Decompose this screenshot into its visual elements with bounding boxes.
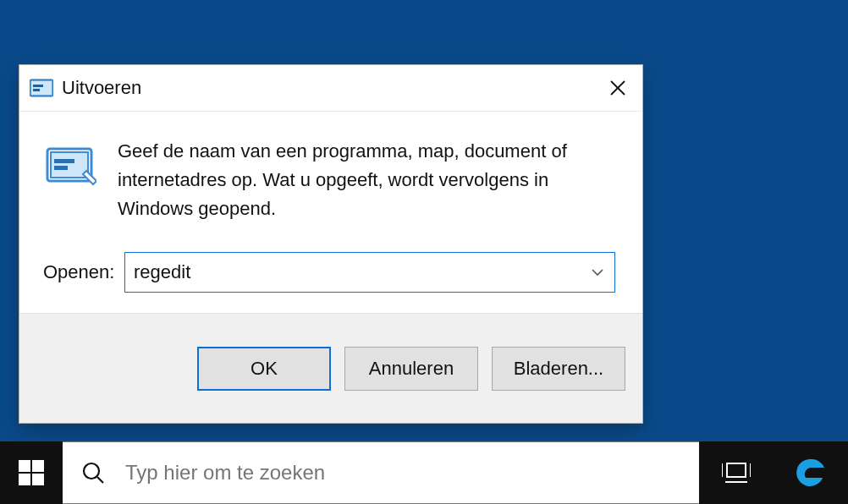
run-icon	[30, 78, 53, 98]
taskbar-search[interactable]	[63, 441, 699, 504]
svg-rect-1	[31, 81, 52, 95]
svg-rect-10	[19, 460, 30, 472]
svg-rect-9	[54, 166, 68, 170]
edge-button[interactable]	[774, 441, 848, 504]
dialog-content: Geef de naam van een programma, map, doc…	[19, 112, 642, 313]
open-combobox[interactable]	[124, 252, 615, 293]
svg-rect-12	[19, 474, 30, 485]
svg-line-15	[97, 477, 103, 483]
close-icon	[609, 79, 626, 96]
run-large-icon	[43, 137, 99, 223]
taskbar	[0, 441, 848, 504]
svg-rect-2	[33, 85, 43, 87]
chevron-down-icon[interactable]	[581, 253, 614, 292]
open-label: Openen:	[43, 261, 118, 283]
run-dialog: Uitvoeren Geef de naam van een programma…	[19, 64, 643, 424]
windows-icon	[19, 460, 44, 485]
taskbar-search-input[interactable]	[125, 461, 680, 485]
task-view-icon	[722, 460, 751, 485]
start-button[interactable]	[0, 441, 63, 504]
svg-rect-16	[727, 463, 746, 477]
task-view-button[interactable]	[699, 441, 774, 504]
svg-rect-11	[32, 460, 44, 472]
dialog-title: Uitvoeren	[62, 77, 593, 99]
svg-rect-8	[54, 159, 74, 163]
cancel-button[interactable]: Annuleren	[344, 347, 478, 391]
open-input[interactable]	[125, 253, 581, 292]
dialog-description: Geef de naam van een programma, map, doc…	[118, 137, 615, 223]
button-panel: OK Annuleren Bladeren...	[19, 313, 642, 423]
svg-point-14	[84, 463, 99, 479]
browse-button[interactable]: Bladeren...	[492, 347, 625, 391]
close-button[interactable]	[593, 65, 642, 112]
ok-button[interactable]: OK	[197, 347, 331, 391]
titlebar: Uitvoeren	[19, 65, 642, 112]
search-icon	[81, 461, 105, 485]
svg-rect-3	[33, 89, 40, 91]
edge-icon	[794, 456, 828, 490]
svg-rect-13	[32, 474, 44, 485]
